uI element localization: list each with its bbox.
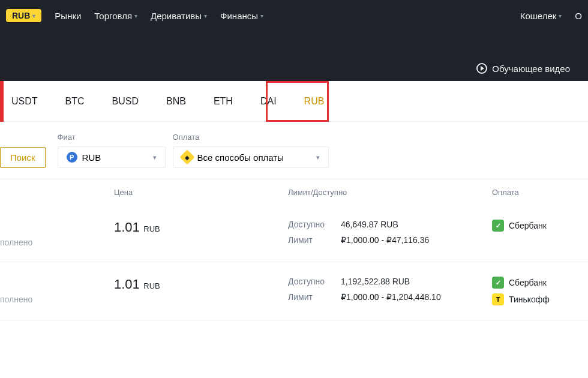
- listing-row[interactable]: полнено 1.01 RUB Доступно1,192,522.88 RU…: [0, 262, 588, 320]
- top-navigation: RUB▾ Рынки Торговля▾ Деривативы▾ Финансы…: [0, 0, 588, 81]
- nav-wallet[interactable]: Кошелек▾: [520, 11, 562, 21]
- price-cell: 1.01 RUB: [114, 277, 288, 292]
- payment-cell: ✓Сбербанк: [492, 220, 588, 232]
- bank-icon: ✓: [492, 220, 504, 232]
- payment-dropdown[interactable]: ◆ Все способы оплаты ▾: [173, 146, 329, 168]
- header-price: Цена: [0, 188, 288, 197]
- highlight-box-rub: [266, 81, 329, 122]
- play-icon: [476, 63, 487, 74]
- table-header: Цена Лимит/Доступно Оплата: [0, 179, 588, 205]
- payment-method: ✓Сбербанк: [492, 220, 588, 232]
- tutorial-link[interactable]: Обучающее видео: [476, 63, 570, 74]
- asset-tabs: USDT BTC BUSD BNB ETH DAI RUB: [0, 81, 588, 122]
- tab-bnb[interactable]: BNB: [164, 91, 188, 112]
- fiat-dropdown[interactable]: P RUB ▾: [58, 146, 166, 168]
- limit-cell: Доступно1,192,522.88 RUB Лимит₽1,000.00 …: [288, 277, 492, 302]
- listing-row[interactable]: полнено 1.01 RUB Доступно46,649.87 RUB Л…: [0, 205, 588, 262]
- payment-method: ✓Сбербанк: [492, 277, 588, 289]
- tab-busd[interactable]: BUSD: [110, 91, 141, 112]
- tab-btc[interactable]: BTC: [63, 91, 87, 112]
- nav-markets[interactable]: Рынки: [55, 11, 81, 21]
- price-cell: 1.01 RUB: [114, 220, 288, 235]
- tab-eth[interactable]: ETH: [211, 91, 235, 112]
- nav-derivatives[interactable]: Деривативы▾: [151, 11, 207, 21]
- header-limit: Лимит/Доступно: [288, 188, 492, 197]
- nav-finance[interactable]: Финансы▾: [220, 11, 263, 21]
- status-text: полнено: [0, 220, 114, 247]
- currency-badge[interactable]: RUB▾: [6, 9, 41, 22]
- ruble-icon: P: [67, 152, 77, 163]
- nav-other[interactable]: О: [575, 11, 582, 21]
- tab-usdt[interactable]: USDT: [9, 91, 40, 112]
- payment-cell: ✓СбербанкTТинькофф: [492, 277, 588, 305]
- status-text: полнено: [0, 277, 114, 304]
- highlight-box-left: [0, 81, 4, 122]
- payment-icon: ◆: [179, 149, 194, 164]
- fiat-label: Фиат: [58, 133, 166, 142]
- payment-method: TТинькофф: [492, 293, 588, 305]
- filter-bar: Поиск Фиат P RUB ▾ Оплата ◆ Все способы …: [0, 122, 588, 179]
- bank-icon: T: [492, 293, 504, 305]
- listings-container: полнено 1.01 RUB Доступно46,649.87 RUB Л…: [0, 205, 588, 320]
- bank-icon: ✓: [492, 277, 504, 289]
- nav-trade[interactable]: Торговля▾: [94, 11, 137, 21]
- limit-cell: Доступно46,649.87 RUB Лимит₽1,000.00 - ₽…: [288, 220, 492, 245]
- payment-label: Оплата: [173, 133, 329, 142]
- header-payment: Оплата: [492, 188, 588, 197]
- search-button[interactable]: Поиск: [0, 147, 46, 168]
